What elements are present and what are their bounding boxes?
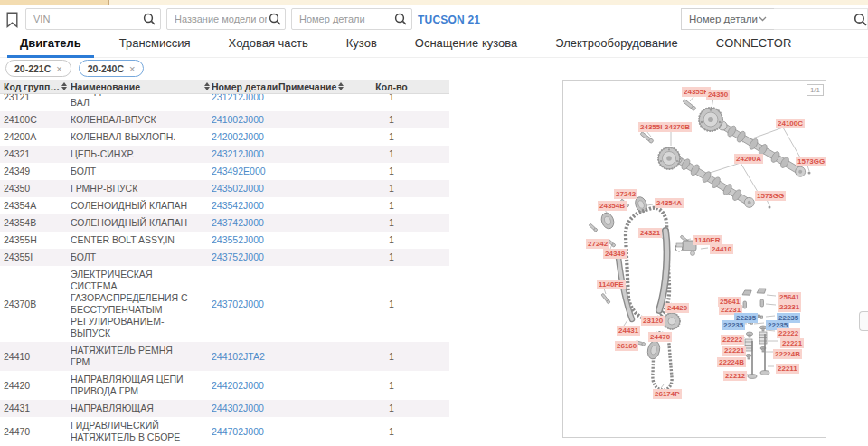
cell-part-number: 242002J000: [212, 131, 278, 143]
part-number-link[interactable]: 243502J000: [212, 183, 264, 194]
vin-search-input[interactable]: [25, 8, 161, 30]
sort-icon[interactable]: [204, 82, 210, 90]
diagram-label-22212[interactable]: 22212: [723, 371, 747, 381]
sort-icon[interactable]: [61, 82, 67, 90]
diagram-label-24370B[interactable]: 24370B: [663, 122, 692, 132]
parts-catalog-page: TUCSON 21 Номер детали ДвигательТрансмис…: [0, 0, 868, 446]
diagram-label-24354B[interactable]: 24354B: [598, 201, 627, 211]
tab-оснащение-кузова[interactable]: Оснащение кузова: [402, 33, 530, 58]
diagram-label-1573GG[interactable]: 1573GG: [796, 157, 826, 166]
table-row-24200A[interactable]: 24200AКОЛЕНВАЛ-ВЫХЛОПН.242002J0001: [0, 128, 449, 146]
table-row-24410[interactable]: 24410НАТЯЖИТЕЛЬ РЕМНЯ ГРМ244102JTA21: [0, 342, 449, 371]
part-number-link[interactable]: 242002J000: [212, 131, 264, 142]
diagram-label-22211[interactable]: 22211: [776, 364, 799, 374]
table-row-24349[interactable]: 24349БОЛТ243492E0001: [0, 163, 449, 180]
diagram-label-24420[interactable]: 24420: [665, 303, 689, 313]
table-row-24354A[interactable]: 24354AСОЛЕНОИДНЫЙ КЛАПАН243542J0001: [0, 197, 449, 214]
diagram-label-23120[interactable]: 23120: [641, 316, 665, 326]
table-row-24355H[interactable]: 24355HCENTER BOLT ASSY,IN243552J0001: [0, 232, 449, 249]
tab-электрооборудование[interactable]: Электрооборудование: [542, 33, 691, 58]
table-row-24370B[interactable]: 24370BЭЛЕКТРИЧЕСКАЯ СИСТЕМА ГАЗОРАСПРЕДЕ…: [0, 266, 449, 342]
diagram-label-22224B[interactable]: 22224B: [773, 349, 802, 359]
diagram-label-25641[interactable]: 25641: [778, 292, 801, 302]
cell-quantity: 1: [363, 183, 420, 195]
table-row-24100C[interactable]: 24100CКОЛЕНВАЛ-ВПУСК241002J0001: [0, 111, 449, 128]
column-header-3[interactable]: Примечание: [278, 81, 363, 92]
part-number-link[interactable]: 243212J000: [212, 148, 264, 159]
diagram-label-26160[interactable]: 26160: [615, 341, 638, 351]
diagram-label-24431[interactable]: 24431: [617, 326, 640, 336]
tab-двигатель[interactable]: Двигатель: [7, 33, 94, 58]
diagram-label-24410[interactable]: 24410: [710, 244, 733, 254]
part-number-link[interactable]: 244102JTA2: [212, 351, 265, 362]
cell-quantity: 1: [363, 217, 420, 229]
table-row-23121[interactable]: 23121ЗВЕЗДОЧКА-КОЛЕНЧАТ. ВАЛ231212J0001: [0, 94, 449, 111]
table-row-24355I[interactable]: 24355IБОЛТ243752J0001: [0, 249, 449, 266]
part-number-link[interactable]: 241002J000: [212, 114, 264, 125]
part-number-link[interactable]: 243542J000: [212, 200, 264, 211]
diagram-label-24354A[interactable]: 24354A: [655, 198, 684, 208]
table-row-24420[interactable]: 24420НАПРАВЛЯЮЩАЯ ЦЕПИ ПРИВОДА ГРМ244202…: [0, 371, 449, 400]
diagram-label-22224B[interactable]: 22224B: [717, 357, 746, 367]
part-number-link[interactable]: 243492E000: [212, 166, 266, 176]
part-number-link[interactable]: 244202J000: [212, 380, 264, 391]
diagram-label-22222[interactable]: 22222: [777, 328, 800, 338]
part-number-link[interactable]: 243702J000: [212, 299, 264, 309]
bookmark-icon[interactable]: [5, 12, 19, 28]
part-number-link[interactable]: 243552J000: [212, 234, 264, 245]
diagram-label-27242[interactable]: 27242: [614, 189, 637, 199]
diagram-label-1140FE[interactable]: 1140FE: [597, 280, 626, 289]
current-model-link[interactable]: TUCSON 21: [418, 14, 480, 26]
cell-part-name: ГРМНР-ВПУСК: [71, 183, 212, 195]
edge-widget-fragment[interactable]: [859, 311, 868, 331]
diagram-label-24470[interactable]: 24470: [648, 332, 672, 342]
diagram-label-22235[interactable]: 22235: [722, 320, 745, 330]
diagram-label-24355I[interactable]: 24355I: [638, 122, 664, 132]
cell-group-code: 24350: [0, 183, 71, 195]
column-header-0[interactable]: Код групп…: [0, 81, 71, 92]
cell-part-number: 244702J000: [212, 426, 278, 438]
diagram-label-24350[interactable]: 24350: [706, 90, 730, 100]
diagram-label-26174P[interactable]: 26174P: [653, 389, 682, 399]
search-icon[interactable]: [394, 13, 407, 25]
tab-ходовая-часть[interactable]: Ходовая часть: [216, 33, 321, 58]
table-row-24354B[interactable]: 24354BСОЛЕНОИДНЫЙ КЛАПАН243742J0001: [0, 214, 449, 232]
diagram-label-22231[interactable]: 22231: [778, 302, 801, 312]
diagram-label-24321[interactable]: 24321: [638, 228, 662, 238]
search-icon[interactable]: [269, 13, 281, 25]
part-number-link[interactable]: 243752J000: [212, 251, 264, 262]
part-number-link[interactable]: 243742J000: [212, 217, 264, 228]
table-row-24431[interactable]: 24431НАПРАВЛЯЮЩАЯ244302J0001: [0, 400, 449, 417]
chip-remove-icon[interactable]: ×: [129, 63, 135, 74]
diagram-label-22221[interactable]: 22221: [780, 338, 804, 348]
diagram-label-22221[interactable]: 22221: [722, 346, 746, 356]
table-row-24321[interactable]: 24321ЦЕПЬ-СИНХР.243212J0001: [0, 146, 449, 163]
table-row-24350[interactable]: 24350ГРМНР-ВПУСК243502J0001: [0, 180, 449, 197]
tab-трансмиссия[interactable]: Трансмиссия: [107, 33, 203, 58]
chip-20-240c[interactable]: 20-240C×: [79, 60, 145, 77]
search-icon[interactable]: [854, 13, 866, 25]
column-header-1[interactable]: Наименование: [71, 81, 212, 92]
part-number-link[interactable]: 231212J000: [212, 94, 264, 102]
diagram-label-22222[interactable]: 22222: [721, 335, 744, 345]
diagram-label-24100C[interactable]: 24100C: [776, 119, 805, 128]
tab-connector[interactable]: CONNECTOR: [703, 33, 805, 58]
search-type-select[interactable]: Номер детали: [681, 8, 775, 30]
diagram-label-24200A[interactable]: 24200A: [734, 154, 763, 164]
diagram-label-24349[interactable]: 24349: [603, 249, 627, 259]
diagram-label-27242[interactable]: 27242: [586, 239, 609, 249]
part-number-link[interactable]: 244702J000: [212, 426, 264, 437]
search-icon[interactable]: [143, 13, 156, 25]
cell-quantity: 1: [363, 234, 420, 246]
chip-20-221c[interactable]: 20-221C×: [5, 60, 71, 77]
cell-part-name: ЦЕПЬ-СИНХР.: [71, 148, 212, 160]
chip-remove-icon[interactable]: ×: [56, 63, 61, 74]
cell-part-name: НАПРАВЛЯЮЩАЯ: [71, 403, 212, 414]
part-number-link[interactable]: 244302J000: [212, 403, 264, 413]
column-header-2[interactable]: Номер детали: [212, 81, 278, 92]
sort-icon[interactable]: [338, 82, 344, 90]
cell-quantity: 1: [363, 114, 420, 126]
table-row-24470[interactable]: 24470ГИДРАВЛИЧЕСКИЙ НАТЯЖИТЕЛЬ В СБОРЕ24…: [0, 417, 449, 446]
tab-кузов[interactable]: Кузов: [334, 33, 390, 58]
diagram-label-1573GG[interactable]: 1573GG: [755, 191, 786, 201]
